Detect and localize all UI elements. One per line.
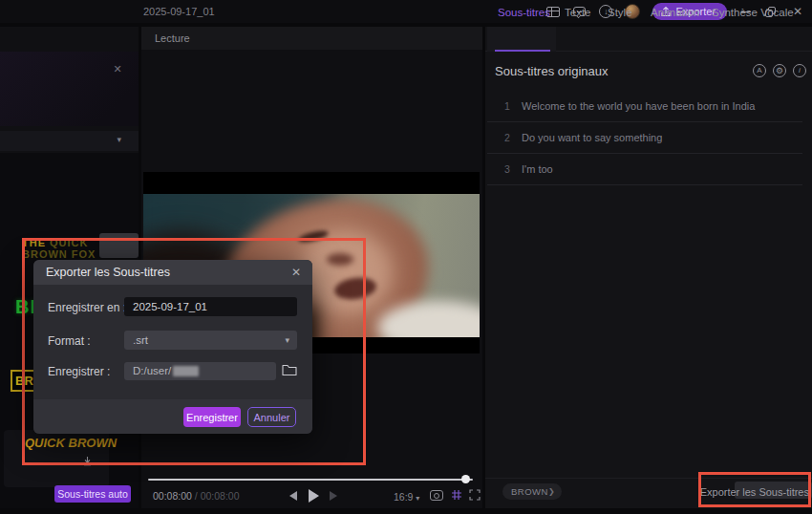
tab-texte[interactable]: Texte <box>565 0 591 25</box>
aspect-ratio-button[interactable]: 16:9 ▾ <box>394 491 419 503</box>
export-subtitles-link[interactable]: Exporter les Sous-titres <box>698 486 809 498</box>
banner-close-icon[interactable]: ✕ <box>112 63 123 75</box>
auto-subtitles-button[interactable]: Sous-titres auto <box>54 485 131 503</box>
save-as-label: Enregistrer en : <box>48 301 126 314</box>
path-input[interactable]: D:/user/ <box>124 362 276 380</box>
subtitle-index: 1 <box>504 100 522 112</box>
video-art <box>327 253 353 266</box>
subtitle-text: Do you want to say something <box>522 132 662 143</box>
tab-synthese-vocale[interactable]: Synthèse Vocale <box>712 0 794 25</box>
grid-button[interactable] <box>451 489 462 501</box>
browse-folder-button[interactable] <box>282 363 297 376</box>
time-current: 00:08:00 <box>153 490 192 502</box>
download-arrow-icon[interactable] <box>82 456 93 466</box>
active-tab-underline <box>495 50 550 52</box>
format-value: .srt <box>133 334 148 346</box>
save-button[interactable]: Enregistrer <box>183 407 241 427</box>
subtitle-text: I'm too <box>522 163 553 175</box>
settings-icon[interactable]: ⚙ <box>773 64 786 77</box>
tab-animation[interactable]: Animation <box>651 0 699 25</box>
cancel-button[interactable]: Annuler <box>247 407 296 427</box>
path-label: Enregistrer : <box>48 365 110 378</box>
aspect-ratio-value: 16:9 <box>394 491 413 503</box>
info-icon[interactable]: i <box>793 64 806 77</box>
preset-label: BROWN <box>511 486 548 497</box>
template-text: THE <box>22 237 46 248</box>
subtitle-row[interactable]: 1 Welcome to the world you have been bor… <box>487 91 802 122</box>
subtitle-index: 3 <box>504 163 522 175</box>
format-label: Format : <box>48 334 91 348</box>
thumbnail-tile[interactable] <box>99 233 139 258</box>
auto-translate-icon[interactable]: A <box>753 64 766 77</box>
template-text: BROWN FOX <box>22 248 96 260</box>
dialog-footer: Enregistrer Annuler <box>33 399 312 434</box>
template-text: QUICK <box>50 237 88 248</box>
previous-frame-button[interactable] <box>289 491 297 501</box>
redacted-text <box>173 366 199 376</box>
text-template-quick-brown[interactable]: QUICK BROWN <box>25 436 117 450</box>
chevron-right-icon: ❯ <box>548 487 555 496</box>
snapshot-button[interactable] <box>430 490 443 501</box>
save-as-input[interactable]: 2025-09-17_01 <box>124 297 297 316</box>
preview-header: Lecture <box>141 27 482 50</box>
fullscreen-button[interactable] <box>469 489 481 501</box>
chevron-down-icon: ▾ <box>117 135 121 144</box>
text-template-quick-fox[interactable]: THE QUICK BROWN FOX <box>22 237 96 260</box>
dialog-close-icon[interactable]: ✕ <box>289 266 303 279</box>
play-button[interactable] <box>309 489 319 503</box>
tab-active-background <box>487 27 556 52</box>
video-art <box>301 232 392 313</box>
subtitle-index: 2 <box>504 132 522 143</box>
subtitle-row[interactable]: 3 I'm too <box>487 154 802 185</box>
dialog-title: Exporter les Sous-titres <box>46 266 170 279</box>
time-display: 00:08:00 / 00:08:00 <box>153 490 240 502</box>
subtitle-row[interactable]: 2 Do you want to say something <box>487 122 802 154</box>
subtitle-text: Welcome to the world you have been born … <box>522 100 755 112</box>
chevron-down-icon: ▾ <box>416 494 419 503</box>
dialog-header: Exporter les Sous-titres <box>33 260 312 285</box>
next-frame-button[interactable] <box>330 491 337 501</box>
tab-style[interactable]: Style <box>608 0 632 25</box>
export-subtitles-dialog: Exporter les Sous-titres ✕ Enregistrer e… <box>33 260 312 434</box>
tab-sous-titres[interactable]: Sous-titres <box>498 0 550 25</box>
category-dropdown[interactable]: ▾ <box>0 131 139 151</box>
format-select[interactable]: .srt ▾ <box>124 331 297 350</box>
progress-slider[interactable] <box>148 479 473 481</box>
path-value: D:/user/ <box>133 362 171 380</box>
section-title: Sous-titres originaux <box>495 64 609 78</box>
chevron-down-icon: ▾ <box>285 331 289 350</box>
window-title: 2025-09-17_01 <box>143 6 215 17</box>
time-total: / 00:08:00 <box>192 490 240 502</box>
preset-style-button[interactable]: BROWN ❯ <box>502 483 562 500</box>
slider-handle[interactable] <box>461 475 470 483</box>
